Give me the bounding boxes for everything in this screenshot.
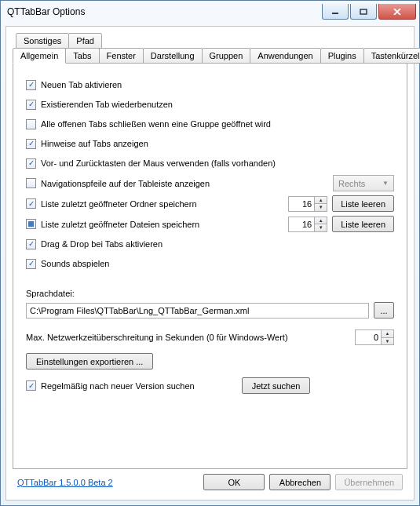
input-net-timeout[interactable] bbox=[356, 330, 381, 344]
spin-down-icon[interactable]: ▼ bbox=[381, 337, 393, 345]
button-ok[interactable]: OK bbox=[203, 474, 265, 490]
checkbox-nav-arrows[interactable] bbox=[26, 178, 36, 188]
titlebar: QTTabBar Options bbox=[1, 1, 419, 23]
checkbox-drag-drop-tabs[interactable] bbox=[26, 239, 36, 249]
tab-sonstiges[interactable]: Sonstiges bbox=[16, 33, 69, 49]
label-recent-folders: Liste zuletzt geöffneter Ordner speicher… bbox=[41, 199, 197, 209]
select-nav-arrow-value: Rechts bbox=[338, 179, 365, 188]
tab-row-upper: Sonstiges Pfad bbox=[16, 33, 407, 49]
window-controls bbox=[320, 4, 416, 20]
checkbox-activate-new-tab[interactable] bbox=[26, 80, 36, 90]
tab-plugins[interactable]: Plugins bbox=[320, 48, 364, 64]
spin-up-icon[interactable]: ▲ bbox=[381, 330, 393, 337]
stepper-recent-folders[interactable]: ▲ ▼ bbox=[288, 196, 327, 212]
options-window: QTTabBar Options Sonstiges Pfad Allgemei… bbox=[0, 0, 420, 506]
select-nav-arrow-side: Rechts ▼ bbox=[333, 175, 394, 191]
tab-anwendungen[interactable]: Anwendungen bbox=[250, 48, 320, 64]
label-nav-arrows: Navigationspfeile auf der Tableiste anze… bbox=[41, 179, 210, 188]
link-version[interactable]: QTTabBar 1.5.0.0 Beta 2 bbox=[17, 478, 113, 487]
minimize-button[interactable] bbox=[322, 4, 349, 20]
checkbox-close-all-on-group[interactable] bbox=[26, 119, 36, 129]
client-area: Sonstiges Pfad Allgemein Tabs Fenster Da… bbox=[5, 26, 415, 501]
tab-pfad[interactable]: Pfad bbox=[68, 33, 102, 49]
maximize-icon bbox=[360, 9, 367, 15]
tab-allgemein[interactable]: Allgemein bbox=[13, 48, 66, 64]
stepper-net-timeout[interactable]: ▲ ▼ bbox=[355, 329, 394, 345]
button-browse-language[interactable]: ... bbox=[374, 302, 394, 319]
checkbox-mouse-back-forward[interactable] bbox=[26, 158, 36, 169]
dialog-footer: QTTabBar 1.5.0.0 Beta 2 OK Abbrechen Übe… bbox=[13, 469, 407, 493]
spin-down-icon[interactable]: ▼ bbox=[314, 203, 327, 211]
label-language-file: Sprachdatei: bbox=[26, 289, 394, 298]
label-mouse-back-forward: Vor- und Zurücktasten der Maus verwenden… bbox=[41, 158, 394, 168]
checkbox-show-tab-hints[interactable] bbox=[26, 139, 36, 149]
button-clear-recent-files[interactable]: Liste leeren bbox=[332, 216, 394, 232]
label-drag-drop-tabs: Drag & Drop bei Tabs aktivieren bbox=[41, 239, 394, 249]
input-recent-files-count[interactable] bbox=[289, 217, 314, 231]
tab-fenster[interactable]: Fenster bbox=[99, 48, 144, 64]
label-recent-files: Liste zuletzt geöffneter Dateien speiche… bbox=[41, 220, 199, 229]
checkbox-check-updates[interactable] bbox=[26, 380, 36, 391]
checkbox-play-sounds[interactable] bbox=[26, 259, 36, 269]
label-reuse-existing-tab: Existierenden Tab wiederbenutzen bbox=[41, 100, 394, 109]
checkbox-recent-folders[interactable] bbox=[26, 198, 36, 209]
label-activate-new-tab: Neuen Tab aktivieren bbox=[41, 80, 394, 89]
label-check-updates: Regelmäßig nach neuer Version suchen bbox=[41, 381, 195, 391]
button-cancel[interactable]: Abbrechen bbox=[269, 474, 331, 490]
label-show-tab-hints: Hinweise auf Tabs anzeigen bbox=[41, 139, 394, 148]
close-button[interactable] bbox=[378, 4, 416, 20]
window-title: QTTabBar Options bbox=[7, 6, 320, 17]
input-recent-folders-count[interactable] bbox=[289, 197, 314, 211]
tab-tastenkuerzel[interactable]: Tastenkürzel bbox=[363, 48, 420, 64]
label-net-timeout: Max. Netzwerkzeitüberschreitung in Sekun… bbox=[26, 333, 288, 342]
tab-darstellung[interactable]: Darstellung bbox=[143, 48, 203, 64]
button-export-settings[interactable]: Einstellungen exportieren ... bbox=[26, 353, 153, 369]
spin-up-icon[interactable]: ▲ bbox=[314, 197, 327, 204]
svg-rect-1 bbox=[360, 9, 367, 14]
tab-row-lower: Allgemein Tabs Fenster Darstellung Grupp… bbox=[13, 48, 407, 64]
tab-gruppen[interactable]: Gruppen bbox=[202, 48, 251, 64]
label-close-all-on-group: Alle offenen Tabs schließen wenn eine Gr… bbox=[41, 119, 394, 129]
button-check-now[interactable]: Jetzt suchen bbox=[242, 377, 311, 394]
stepper-recent-files[interactable]: ▲ ▼ bbox=[288, 217, 327, 232]
checkbox-reuse-existing-tab[interactable] bbox=[26, 100, 36, 110]
spin-down-icon[interactable]: ▼ bbox=[314, 224, 327, 231]
checkbox-recent-files[interactable] bbox=[26, 219, 36, 229]
tab-tabs[interactable]: Tabs bbox=[65, 48, 99, 64]
chevron-down-icon: ▼ bbox=[382, 180, 389, 187]
button-apply: Übernehmen bbox=[335, 474, 403, 490]
svg-rect-0 bbox=[332, 13, 338, 14]
label-play-sounds: Sounds abspielen bbox=[41, 259, 394, 268]
maximize-button[interactable] bbox=[350, 4, 377, 20]
input-language-path[interactable] bbox=[26, 303, 369, 319]
spin-up-icon[interactable]: ▲ bbox=[314, 217, 327, 224]
button-clear-recent-folders[interactable]: Liste leeren bbox=[332, 195, 394, 212]
tab-panel-allgemein: Neuen Tab aktivieren Existierenden Tab w… bbox=[13, 63, 407, 469]
minimize-icon bbox=[331, 9, 339, 15]
close-icon bbox=[393, 9, 401, 15]
